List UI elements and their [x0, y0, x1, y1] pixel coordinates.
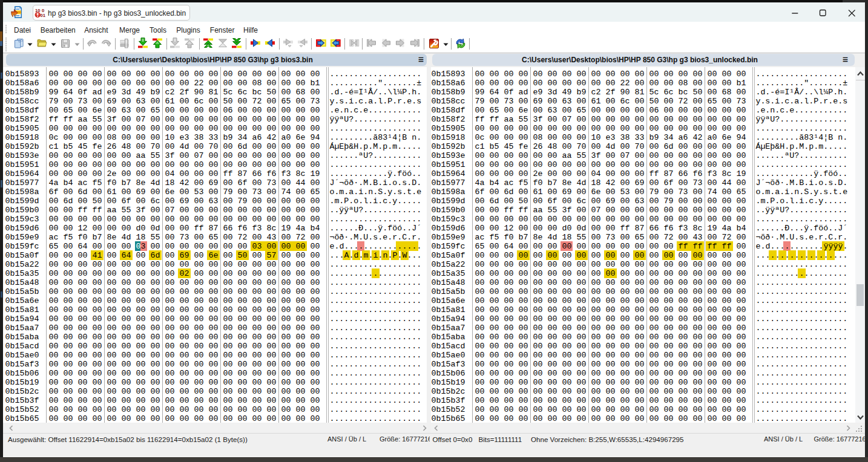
svg-text:01: 01	[41, 13, 46, 18]
